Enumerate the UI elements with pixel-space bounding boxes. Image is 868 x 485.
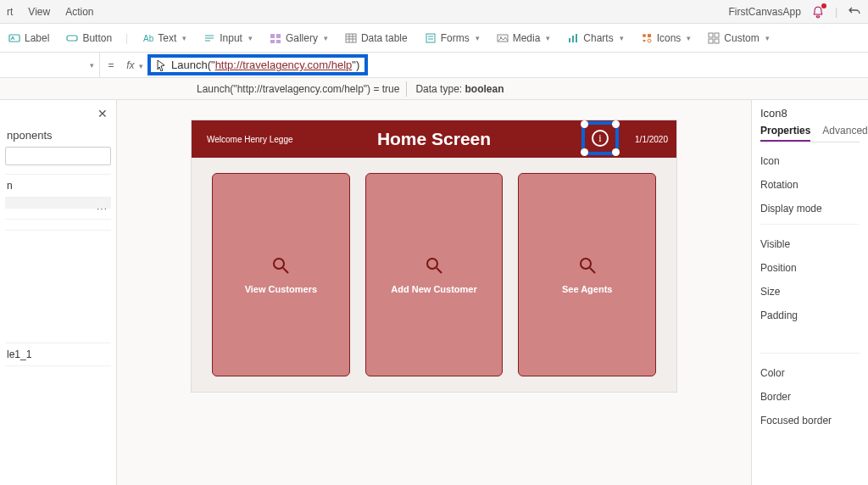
ribbon-button-text: Button <box>82 32 112 44</box>
ribbon-media-label: Media <box>513 32 541 44</box>
svg-rect-0 <box>9 35 19 42</box>
ribbon-label[interactable]: Label <box>5 30 53 47</box>
svg-rect-13 <box>576 34 577 42</box>
resize-handle[interactable] <box>581 120 588 128</box>
selected-control-name: Icon8 <box>760 107 860 120</box>
ribbon-charts-label: Charts <box>583 32 613 44</box>
prop-visible[interactable]: Visible <box>760 232 860 256</box>
tree-search-input[interactable] <box>5 147 111 165</box>
formula-result: Launch("http://travelagency.com/help") =… <box>190 81 407 97</box>
prop-position[interactable]: Position <box>760 256 860 280</box>
gallery-icon <box>270 32 281 44</box>
svg-rect-11 <box>569 38 570 42</box>
svg-rect-8 <box>426 34 435 42</box>
prop-icon[interactable]: Icon <box>760 149 860 173</box>
notification-icon[interactable] <box>811 5 825 19</box>
card-label: See Agents <box>562 284 613 294</box>
chevron-down-icon: ▾ <box>139 62 143 70</box>
card-label: Add New Customer <box>391 284 476 294</box>
prop-rotation[interactable]: Rotation <box>760 173 860 197</box>
media-icon <box>497 32 509 44</box>
ribbon-datatable[interactable]: Data table <box>342 30 411 47</box>
chevron-down-icon: ▾ <box>90 61 94 70</box>
tree-item[interactable] <box>5 208 111 219</box>
ribbon-custom-label: Custom <box>724 32 759 44</box>
ribbon-text[interactable]: Abc Text ▾ <box>138 30 190 47</box>
card-see-agents[interactable]: See Agents <box>518 173 656 376</box>
svg-rect-6 <box>276 40 281 43</box>
top-right: FirstCanvasApp | <box>729 5 862 19</box>
tree-item[interactable] <box>5 230 111 241</box>
fx-text: fx <box>126 59 134 71</box>
ribbon-charts[interactable]: Charts ▾ <box>564 30 626 47</box>
card-add-customer[interactable]: Add New Customer <box>365 173 504 376</box>
divider: | <box>125 32 128 44</box>
prop-border[interactable]: Border <box>760 385 860 409</box>
svg-rect-19 <box>709 39 713 43</box>
prop-padding[interactable]: Padding <box>760 304 860 327</box>
button-icon <box>66 32 78 44</box>
tree-item[interactable] <box>5 219 111 230</box>
svg-rect-4 <box>276 34 281 38</box>
ribbon-forms[interactable]: Forms ▾ <box>421 30 483 47</box>
ribbon-icons[interactable]: Icons ▾ <box>637 30 695 47</box>
divider: | <box>835 6 837 18</box>
prop-size[interactable]: Size <box>760 280 860 304</box>
ribbon-media[interactable]: Media ▾ <box>493 30 554 47</box>
card-view-customers[interactable]: View Customers <box>212 173 350 376</box>
top-menu-left: rt View Action <box>7 6 94 18</box>
menu-action[interactable]: Action <box>65 6 93 18</box>
resize-handle[interactable] <box>612 148 620 156</box>
forms-icon <box>425 32 437 44</box>
prop-color[interactable]: Color <box>760 361 860 385</box>
resize-handle[interactable] <box>581 148 588 156</box>
panel-close-button[interactable]: ✕ <box>5 105 111 127</box>
info-icon-selected[interactable]: i <box>581 121 619 155</box>
formula-result-row: Launch("http://travelagency.com/help") =… <box>0 78 868 100</box>
svg-rect-20 <box>715 39 719 43</box>
tab-advanced[interactable]: Advanced <box>822 125 867 142</box>
ribbon-button[interactable]: Button <box>63 30 115 47</box>
chevron-down-icon: ▾ <box>546 34 550 42</box>
tree-item-label: n <box>7 180 13 192</box>
formula-text: Launch("http://travelagency.com/help") <box>171 59 359 71</box>
ribbon-input[interactable]: Input ▾ <box>200 30 256 47</box>
svg-point-23 <box>581 259 591 269</box>
ribbon-custom[interactable]: Custom ▾ <box>704 30 772 47</box>
app-canvas[interactable]: Welcome Henry Legge Home Screen i 1/1/20… <box>192 120 676 392</box>
chevron-down-icon: ▾ <box>476 34 480 42</box>
info-icon: i <box>592 130 609 147</box>
tree-item[interactable] <box>5 365 111 376</box>
formula-highlight[interactable]: Launch("http://travelagency.com/help") <box>147 54 368 75</box>
menu-insert[interactable]: rt <box>7 6 13 18</box>
svg-rect-15 <box>648 34 651 37</box>
formula-input-wrap: Launch("http://travelagency.com/help") <box>147 54 868 75</box>
tree-item[interactable]: ··· <box>5 197 111 208</box>
close-paren: ) <box>356 59 359 71</box>
chevron-down-icon: ▾ <box>182 34 186 42</box>
svg-rect-7 <box>346 34 356 42</box>
dt-prefix: Data type: <box>415 83 465 95</box>
equals-sign: = <box>100 59 122 71</box>
svg-rect-17 <box>709 33 713 37</box>
panel-heading: nponents <box>5 127 111 147</box>
tree-item[interactable]: le1_1 <box>5 343 111 365</box>
property-selector[interactable]: ▾ <box>0 53 100 78</box>
tree-item[interactable]: n <box>5 174 111 197</box>
cards-row: View Customers Add New Customer See Agen… <box>192 158 676 392</box>
formula-fn: Launch <box>171 59 208 71</box>
svg-point-16 <box>648 39 651 42</box>
magnifier-icon <box>270 255 291 276</box>
divider <box>760 353 860 361</box>
menu-view[interactable]: View <box>28 6 50 18</box>
fx-label: fx ▾ <box>122 59 147 71</box>
tab-properties[interactable]: Properties <box>760 125 810 142</box>
card-label: View Customers <box>245 284 317 294</box>
ribbon-gallery[interactable]: Gallery ▾ <box>266 30 331 47</box>
prop-focusedborder[interactable]: Focused border <box>760 409 860 432</box>
formula-url: http://travelagency.com/help <box>215 59 353 71</box>
prop-displaymode[interactable]: Display mode <box>760 197 860 220</box>
resize-handle[interactable] <box>612 120 620 128</box>
tree-view-panel: ✕ nponents n ··· le1_1 <box>0 100 117 485</box>
undo-icon[interactable] <box>848 5 861 19</box>
